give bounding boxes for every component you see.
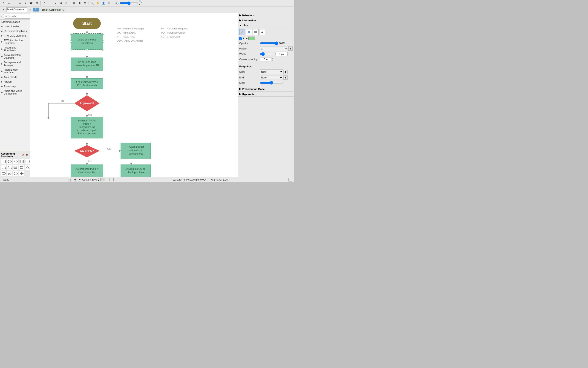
pattern-select[interactable]: 1: ———— 2: - - - - 3: · · · · [260, 46, 288, 51]
shape-chevron[interactable] [13, 159, 18, 164]
resize-handle[interactable] [288, 178, 292, 182]
shape-rect[interactable] [1, 159, 6, 164]
stroke-color-swatch[interactable] [248, 37, 255, 40]
zoom-minus-btn[interactable]: 🔍- [114, 1, 119, 6]
sidebar-item-audio-video[interactable]: ▶ Audio and Video Connectors [0, 89, 30, 96]
shape-trapezoid[interactable] [7, 165, 12, 170]
sidebar-item-android-ui[interactable]: ▶ Android User Interface [0, 67, 30, 75]
width-slider[interactable] [260, 52, 276, 56]
shape-rounded2[interactable] [1, 171, 6, 176]
smart-connector-tab[interactable]: Smart Connector ^9 [40, 8, 66, 11]
rect-tool-btn[interactable]: ▭ [6, 1, 11, 6]
bucket-tool-btn[interactable] [246, 29, 252, 35]
shape-ellipse[interactable] [7, 159, 12, 164]
sidebar-menu-btn[interactable]: ≡ [1, 14, 2, 19]
next-btn[interactable]: ▶ [78, 178, 82, 182]
list-view-btn[interactable]: ≣ [28, 7, 33, 12]
connect-tool-btn[interactable]: ⊞ [34, 1, 39, 6]
line-tool-btn[interactable]: / [23, 1, 28, 6]
opacity-slider[interactable] [260, 41, 278, 45]
shape-cloud[interactable] [7, 171, 12, 176]
ellipse-tool-btn[interactable]: ○ [12, 1, 17, 6]
pause-btn[interactable]: ⏸ [69, 178, 72, 182]
zoom-slider[interactable] [120, 1, 138, 5]
hypernote-header[interactable]: ▶ Hypernote [238, 92, 294, 97]
zoom-out-btn[interactable]: 🔍 [90, 1, 95, 6]
start-select[interactable]: None Arrow Circle [260, 69, 283, 74]
pan-btn[interactable]: ✋ [95, 1, 101, 6]
shape-custom1[interactable] [13, 171, 18, 176]
sidebar-item-artwork[interactable]: ▶ Artwork [0, 79, 30, 84]
panel-pin-btn[interactable]: 📌 [21, 153, 25, 157]
arrow-icon: ▶ [1, 30, 3, 32]
pattern-stepper[interactable]: ⬆ [288, 46, 293, 51]
diamond-tool-btn[interactable]: ◇ [18, 1, 23, 6]
panel-close-btn[interactable]: ✕ [25, 153, 29, 157]
zoom-plus-btn[interactable]: 🔍+ [138, 1, 144, 6]
sidebar-item-aerospace[interactable]: ▶ Aerospace and Transport [0, 60, 30, 67]
prev-btn[interactable]: ◀ [73, 178, 77, 182]
shape-cross[interactable] [19, 171, 24, 176]
sidebar-item-accounting[interactable]: ▶ Accounting Flowcharts [0, 45, 30, 53]
sidebar-item-aws[interactable]: ▶ AWS Architecture Diagrams [0, 38, 30, 45]
pen-tool-btn[interactable] [239, 29, 245, 35]
view-mode-1[interactable] [100, 178, 104, 181]
corner-stepper[interactable]: ▲ ▼ [272, 58, 274, 61]
zoom-stepper[interactable]: ▲ ▼ [98, 178, 99, 181]
drawing-shapes-section[interactable]: Drawing Shapes [0, 19, 30, 24]
width-input[interactable] [276, 52, 288, 56]
canvas-scroll[interactable]: FM - Financial Manager AA - Admin Asst. … [30, 13, 238, 177]
behaviour-label: Behaviour [242, 14, 254, 17]
item-label: Audio and Video Connectors [4, 90, 28, 95]
sidebar-item-user-libraries[interactable]: ▶ User Libraries [0, 24, 30, 29]
sidebar-item-atm-uml[interactable]: ▶ ATM UML Diagrams [0, 33, 30, 38]
shape-parallelogram[interactable] [1, 165, 6, 170]
svg-text:Approved?: Approved? [80, 102, 94, 105]
text-tool-btn[interactable]: A [259, 29, 265, 35]
shape-rounded[interactable] [25, 159, 30, 164]
svg-text:something: something [81, 42, 93, 44]
shape-process[interactable] [19, 159, 24, 164]
search-execute-btn[interactable]: 🔍 [33, 8, 39, 11]
view-mode-3[interactable] [110, 178, 114, 181]
eyedrop-btn[interactable]: ✏ [107, 1, 111, 6]
presentation-mode-header[interactable]: ▶ Presentation Mode [238, 86, 294, 92]
select-tool-btn[interactable]: ↖ [1, 1, 6, 6]
item-label: 25 Typical Orgcharts [4, 30, 27, 32]
box-tool-btn[interactable] [253, 29, 258, 35]
sidebar-item-astronomy[interactable]: ▶ Astronomy [0, 84, 30, 89]
sidebar-item-area-charts[interactable]: ▶ Area Charts [0, 75, 30, 79]
phone-tool-btn[interactable]: ☎ [28, 1, 34, 6]
information-header[interactable]: ▶ Information [238, 18, 294, 23]
menu-btn[interactable]: ≡ [1, 7, 6, 12]
line-arrow: ▼ [239, 24, 242, 27]
sidebar-item-active-directory[interactable]: ▶ Active Directory Diagrams [0, 53, 30, 60]
tool-f[interactable]: ⊕ [71, 1, 76, 6]
start-row: Start: None Arrow Circle ⬆ [239, 69, 293, 74]
shape-shadow-rect[interactable] [13, 165, 18, 170]
connector-input[interactable] [6, 7, 27, 12]
sidebar-item-25-orgcharts[interactable]: ▶ 25 Typical Orgcharts [0, 29, 30, 33]
stroke-checkbox[interactable] [239, 37, 242, 40]
user-btn[interactable]: 👤 [101, 1, 106, 6]
size-slider[interactable] [260, 81, 283, 85]
tool-g[interactable]: ⊞ [77, 1, 82, 6]
shape-cylinder[interactable] [19, 165, 24, 170]
tool-a[interactable]: ↗ [42, 1, 47, 6]
end-stepper[interactable]: ⬆ [284, 75, 288, 80]
tool-c[interactable]: ∿ [53, 1, 58, 6]
corner-input[interactable] [260, 57, 271, 61]
shape-triangle[interactable] [25, 165, 30, 170]
behaviour-header[interactable]: ▶ Behaviour [238, 13, 294, 18]
svg-rect-45 [86, 33, 88, 35]
status-right: W: 1.50, H: 0.60, Angle: 0.00° M: [ -0.7… [173, 178, 229, 181]
start-stepper[interactable]: ⬆ [284, 70, 288, 74]
end-select[interactable]: None Arrow Circle [260, 75, 283, 80]
tool-b[interactable]: ⌒ [47, 1, 52, 6]
tool-h[interactable]: ⊡ [82, 1, 87, 6]
svg-text:spreadsheet: spreadsheet [129, 152, 143, 155]
view-mode-2[interactable] [105, 178, 109, 181]
line-header[interactable]: ▼ Line [238, 23, 294, 28]
tool-d[interactable]: ⋈ [58, 1, 63, 6]
tool-e[interactable]: ⟨⟩ [64, 1, 69, 6]
